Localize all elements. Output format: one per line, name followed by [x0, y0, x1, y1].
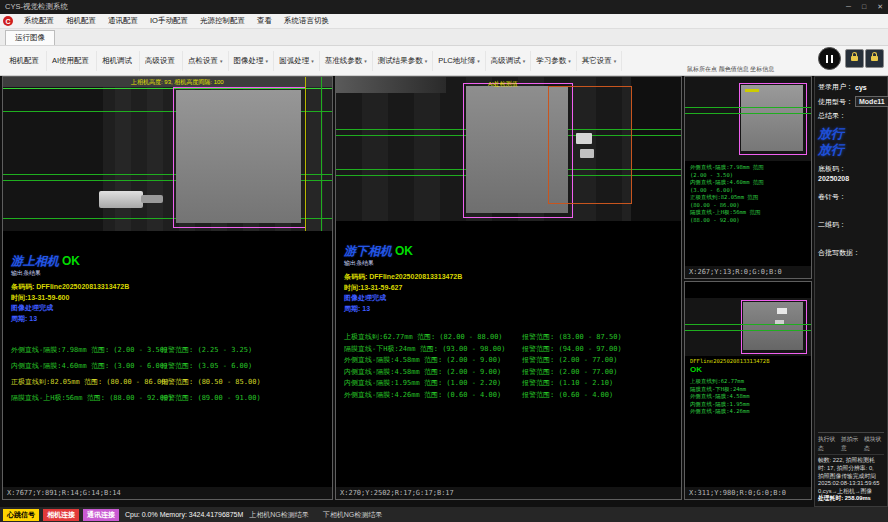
chevron-down-icon: ▾ [614, 58, 617, 64]
lock-button-2[interactable] [865, 49, 884, 68]
sidebar-field: 合批写数据： [818, 248, 884, 267]
overlay-text: AI处检测值 [488, 80, 518, 89]
toolbar-button[interactable]: 点检设置▾ [183, 51, 229, 71]
pixel-coords-readout: X:267;Y:13;R:0;G:0;B:0 [685, 266, 811, 278]
toolbar-button[interactable]: 高级设置 [140, 51, 183, 71]
mini-measure-line: (2.00 - 3.50) [690, 172, 806, 180]
chevron-down-icon: ▾ [311, 58, 314, 64]
mini-measure-line: 正极直线到:82.05mm 范围 [690, 194, 806, 202]
titlebar: CYS-视觉检测系统 ─ □ ✕ [0, 0, 888, 14]
roi-outline [173, 87, 306, 228]
status-badge: 通讯连接 [83, 509, 119, 521]
total-result-value: 放行 [818, 126, 884, 142]
tab-run-image[interactable]: 运行图像 [5, 30, 55, 45]
pause-icon [826, 55, 829, 63]
mini-barcode-text: DFFline2025020813313472B [685, 356, 811, 364]
preview-panel-bottom: DFFline2025020813313472B OK 上极直线到:62.77m… [684, 281, 812, 500]
measurement-row: 内侧直线-隔膜:1.95mm 范围: (1.00 - 2.20)报警范围: (1… [344, 378, 681, 390]
toolbar-button[interactable]: 图像处理▾ [229, 51, 275, 71]
chevron-down-icon: ▾ [425, 58, 428, 64]
total-result-label: 总结果： [818, 111, 846, 121]
pause-button[interactable] [818, 47, 841, 70]
model-label: 使用型号： [818, 97, 853, 107]
highlight-corner [336, 77, 446, 93]
pixel-coords-readout: X:311;Y:980;R:0;G:0;B:0 [685, 487, 811, 499]
result-subtitle: 输出条结果 [11, 269, 332, 278]
menu-item[interactable]: 查看 [251, 15, 278, 27]
result-subtitle: 输出条结果 [344, 259, 681, 268]
measurement-row: 正极直线到:82.05mm 范围: (80.00 - 86.00)报警范围: (… [11, 374, 332, 390]
chevron-down-icon: ▾ [364, 58, 367, 64]
minimize-button[interactable]: ─ [846, 3, 851, 11]
chevron-down-icon: ▾ [568, 58, 571, 64]
toolbar-button[interactable]: 相机配置 [4, 51, 47, 71]
statusbar: 心跳信号相机连接通讯连接 Cpu: 0.0% Memory: 3424.4179… [0, 507, 888, 522]
preview-image-bottom[interactable] [685, 298, 811, 356]
vertical-guide [305, 77, 306, 231]
machine-shadow-region [631, 77, 681, 221]
run-log: 执行状态抓拍示意模块状态 帧数: 222, 拍照检测耗时: 17, 拍照分辨率:… [818, 432, 884, 503]
connector-stub [141, 195, 163, 203]
toolbar-button[interactable]: AI使用配置 [47, 51, 97, 71]
maximize-button[interactable]: □ [862, 3, 866, 11]
camera-image-lower[interactable]: AI处检测值 [336, 77, 681, 221]
menu-item[interactable]: IO手动配置 [144, 15, 194, 27]
sidebar-field: 二维码： [818, 220, 884, 239]
cycle-text: 周期: 13 [11, 314, 332, 325]
toolbar-button[interactable]: 基准线参数▾ [320, 51, 373, 71]
mini-measure-line: 隔膜直线-上H极:56mm 范围 [690, 209, 806, 217]
status-badge: 心跳信号 [3, 509, 39, 521]
log-header-item: 抓拍示意 [841, 435, 861, 453]
vertical-guide [321, 77, 322, 231]
log-line: 帧数: 222, 拍照检测耗 [818, 457, 884, 465]
toolbar-button[interactable]: 高级调试▾ [486, 51, 532, 71]
menu-item[interactable]: 光源控制配置 [194, 15, 251, 27]
mini-measure-line: (3.00 - 6.00) [690, 187, 806, 195]
app-window: CYS-视觉检测系统 ─ □ ✕ C 系统配置相机配置通讯配置IO手动配置光源控… [0, 0, 888, 522]
measurement-row: 外侧直线-隔膜:4.58mm 范围: (2.00 - 9.00)报警范围: (2… [344, 355, 681, 367]
measurement-row: 上极直线到:62.77mm 范围: (82.00 - 88.00)报警范围: (… [344, 332, 681, 344]
toolbar-button[interactable]: 测试结果参数▾ [373, 51, 434, 71]
menu-item[interactable]: 系统配置 [18, 15, 60, 27]
login-user-label: 登录用户： [818, 82, 853, 92]
menubar: C 系统配置相机配置通讯配置IO手动配置光源控制配置查看系统语言切换 [0, 14, 888, 29]
menu-item[interactable]: 系统语言切换 [278, 15, 335, 27]
camera-image-upper[interactable]: 上相机高度: 93, 相机高度间隔: 100 [3, 77, 332, 231]
measure-line [685, 330, 811, 331]
mini-status-ok: OK [685, 364, 811, 375]
lock-button-1[interactable] [845, 49, 864, 68]
glint [580, 149, 594, 158]
toolbar-button[interactable]: 其它设置▾ [577, 51, 623, 71]
sidebar: 登录用户： cys 使用型号： Mode11 总结果： 放行放行 底板码： 20… [814, 76, 888, 507]
mouse-position-note: 鼠标所在点 颜色值信息 坐标信息 [687, 65, 774, 74]
mini-measure-line: 外侧直线-隔膜:4.26mm [690, 408, 806, 416]
tab-strip: 运行图像 [0, 29, 888, 46]
log-header-item: 执行状态 [818, 435, 838, 453]
mini-measure-line: 外侧直线-隔膜:4.58mm [690, 393, 806, 401]
chevron-down-icon: ▾ [523, 58, 526, 64]
camera-result-lower: 游下相机OK 输出条结果 条码码: DFFline202502081331347… [336, 221, 681, 487]
measurement-row: 隔膜直线-上H极:56mm 范围: (88.00 - 92.00)报警范围: (… [11, 390, 332, 406]
status-ok: OK [62, 254, 80, 268]
measurement-row: 内侧直线-隔膜:4.60mm 范围: (3.00 - 6.00)报警范围: (3… [11, 358, 332, 374]
menu-item[interactable]: 通讯配置 [102, 15, 144, 27]
toolbar-button[interactable]: 相机调试 [97, 51, 140, 71]
lock-icon [851, 56, 858, 61]
time-text: 时间:13-31-59-627 [344, 283, 681, 294]
menu-item[interactable]: 相机配置 [60, 15, 102, 27]
window-title: CYS-视觉检测系统 [5, 2, 846, 12]
toolbar-button[interactable]: PLC地址簿▾ [433, 51, 486, 71]
toolbar-button[interactable]: 学习参数▾ [531, 51, 577, 71]
model-value[interactable]: Mode11 [855, 96, 888, 107]
close-button[interactable]: ✕ [877, 3, 883, 11]
toolbar-button[interactable]: 圆弧处理▾ [274, 51, 320, 71]
overlay-text: 上相机高度: 93, 相机高度间隔: 100 [131, 78, 224, 87]
marker [745, 89, 759, 92]
connector-part [99, 191, 143, 208]
roi-outline [739, 83, 807, 155]
total-result-value: 放行 [818, 142, 884, 158]
process-done-text: 图像处理完成 [344, 293, 681, 304]
preview-image-top[interactable] [685, 77, 811, 161]
pixel-coords-readout: X:7677;Y:891;R:14;G:14;B:14 [3, 487, 332, 499]
mini-measure-line: 上极直线到:62.77mm [690, 378, 806, 386]
